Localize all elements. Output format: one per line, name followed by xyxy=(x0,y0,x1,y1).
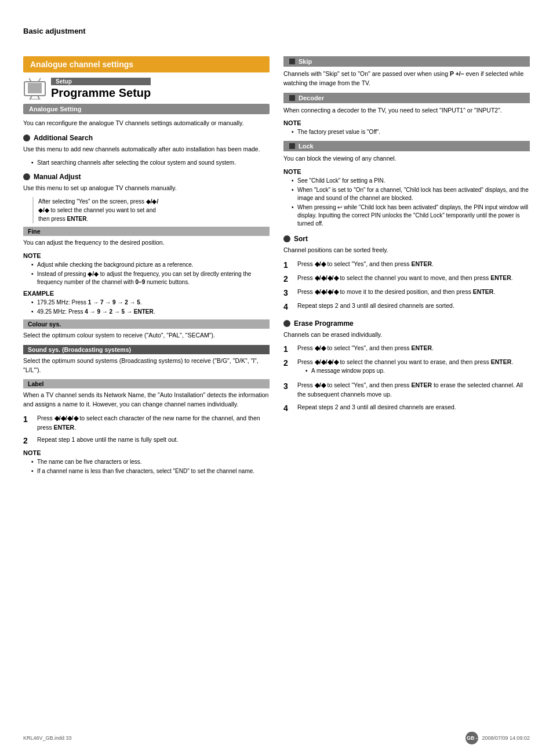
erase-step-3: 3 Press ◆/◆ to select "Yes", and then pr… xyxy=(283,381,530,399)
lock-square-icon xyxy=(289,143,295,149)
lock-note: NOTE See "Child Lock" for setting a PIN.… xyxy=(283,168,530,228)
colour-sys-bar: Colour sys. xyxy=(23,319,270,329)
erase-step2-sub-note: A message window pops up. xyxy=(305,367,530,375)
label-note-title: NOTE xyxy=(23,449,270,456)
lock-note-1: See "Child Lock" for setting a PIN. xyxy=(292,177,530,185)
lock-note-2: When "Lock" is set to "On" for a channel… xyxy=(292,186,530,202)
label-step-2: 2 Repeat step 1 above until the name is … xyxy=(23,435,270,446)
manual-adjust-body: Use this menu to set up analogue TV chan… xyxy=(23,184,270,193)
example-title: EXAMPLE xyxy=(23,290,270,297)
right-column: Skip Channels with "Skip" set to "On" ar… xyxy=(283,56,530,479)
skip-square-icon xyxy=(289,59,295,64)
lock-bar: Lock xyxy=(283,141,530,151)
lock-note-3: When pressing ↩ while "Child lock has be… xyxy=(292,203,530,228)
label-section-bar: Label xyxy=(23,379,270,388)
decoder-note: NOTE The factory preset value is "Off". xyxy=(283,119,530,136)
page-footer: KRL46V_GB.indd 33 GB - 2008/07/09 14:09:… xyxy=(23,732,530,744)
sort-step-3: 3 Press ◆/◆/◆/◆ to move it to the desire… xyxy=(283,288,530,298)
page-title: Basic adjustment xyxy=(23,27,86,35)
erase-title: Erase Programme xyxy=(283,319,530,328)
additional-search-note-list: Start searching channels after selecting… xyxy=(31,159,270,167)
analogue-body: You can reconfigure the analogue TV chan… xyxy=(23,119,270,128)
sound-sys-bar: Sound sys. (Broadcasting systems) xyxy=(23,345,270,354)
decoder-note-title: NOTE xyxy=(283,119,530,126)
sort-step-1: 1 Press ◆/◆ to select "Yes", and then pr… xyxy=(283,260,530,270)
manual-adjust-title: Manual Adjust xyxy=(23,173,270,181)
sort-step-4: 4 Repeat steps 2 and 3 until all desired… xyxy=(283,301,530,312)
fine-note-1: Adjust while checking the background pic… xyxy=(31,261,270,269)
page-number-badge: GB - xyxy=(465,732,478,744)
erase-step-2: 2 Press ◆/◆/◆/◆ to select the channel yo… xyxy=(283,358,530,377)
label-step-1: 1 Press ◆/◆/◆/◆ to select each character… xyxy=(23,414,270,432)
analogue-channel-settings-header: Analogue channel settings xyxy=(23,56,270,72)
example-list: 179.25 MHz: Press 1 → 7 → 9 → 2 → 5. 49.… xyxy=(31,299,270,316)
lock-body: You can block the viewing of any channel… xyxy=(283,154,530,163)
label-note-1: The name can be five characters or less. xyxy=(31,458,270,466)
svg-rect-1 xyxy=(28,83,42,93)
page-wrapper: Basic adjustment Analogue channel settin… xyxy=(0,0,553,756)
section-dot-2 xyxy=(23,173,30,180)
section-dot xyxy=(23,135,30,141)
erase-body: Channels can be erased individually. xyxy=(283,330,530,340)
fine-body: You can adjust the frequency to the desi… xyxy=(23,238,270,248)
left-column: Analogue channel settings Setup Pr xyxy=(23,56,270,479)
footer-file: KRL46V_GB.indd 33 xyxy=(23,735,72,741)
sound-sys-body: Select the optimum sound systems (Broadc… xyxy=(23,357,270,375)
tv-icon xyxy=(23,77,46,100)
erase-step-1: 1 Press ◆/◆ to select "Yes", and then pr… xyxy=(283,344,530,354)
fine-bar: Fine xyxy=(23,227,270,236)
additional-search-body: Use this menu to add new channels automa… xyxy=(23,145,270,154)
additional-search-title: Additional Search xyxy=(23,134,270,142)
erase-step-4: 4 Repeat steps 2 and 3 until all desired… xyxy=(283,403,530,413)
setup-badge-wrapper: Setup Programme Setup xyxy=(23,77,270,100)
footer-right: GB - 2008/07/09 14:09:02 xyxy=(465,732,530,744)
label-notes: NOTE The name can be five characters or … xyxy=(23,449,270,475)
label-note-2: If a channel name is less than five char… xyxy=(31,467,270,475)
setup-badge: Setup Programme Setup xyxy=(51,78,151,100)
fine-notes: NOTE Adjust while checking the backgroun… xyxy=(23,252,270,286)
label-section-body: When a TV channel sends its Network Name… xyxy=(23,391,270,409)
page-title-wrapper: Basic adjustment xyxy=(23,27,530,35)
example-1: 179.25 MHz: Press 1 → 7 → 9 → 2 → 5. xyxy=(31,299,270,307)
erase-step2-sub: A message window pops up. xyxy=(305,367,530,375)
skip-bar: Skip xyxy=(283,56,530,67)
manual-adjust-indented-text: After selecting "Yes" on the screen, pre… xyxy=(32,197,270,223)
sort-step-2: 2 Press ◆/◆/◆/◆ to select the channel yo… xyxy=(283,274,530,284)
lock-note-title: NOTE xyxy=(283,168,530,175)
sort-body: Channel positions can be sorted freely. xyxy=(283,246,530,255)
sort-title: Sort xyxy=(283,235,530,243)
decoder-note-item: The factory preset value is "Off". xyxy=(292,128,530,136)
fine-note-2: Instead of pressing ◆/◆ to adjust the fr… xyxy=(31,270,270,286)
label-note-list: The name can be five characters or less.… xyxy=(31,458,270,475)
sort-dot xyxy=(283,235,290,242)
manual-adjust-indented: After selecting "Yes" on the screen, pre… xyxy=(32,197,270,223)
skip-body: Channels with "Skip" set to "On" are pas… xyxy=(283,70,530,88)
colour-sys-body: Select the optimum colour system to rece… xyxy=(23,331,270,340)
erase-dot xyxy=(283,320,290,327)
lock-note-list: See "Child Lock" for setting a PIN. When… xyxy=(292,177,530,228)
main-content: Analogue channel settings Setup Pr xyxy=(23,56,530,479)
fine-examples: EXAMPLE 179.25 MHz: Press 1 → 7 → 9 → 2 … xyxy=(23,290,270,316)
additional-search-note: Start searching channels after selecting… xyxy=(31,159,270,167)
fine-note-list: Adjust while checking the background pic… xyxy=(31,261,270,286)
decoder-body: When connecting a decoder to the TV, you… xyxy=(283,106,530,115)
footer-date: 2008/07/09 14:09:02 xyxy=(482,735,530,741)
decoder-bar: Decoder xyxy=(283,93,530,103)
decoder-square-icon xyxy=(289,95,295,101)
decoder-note-list: The factory preset value is "Off". xyxy=(292,128,530,136)
example-2: 49.25 MHz: Press 4 → 9 → 2 → 5 → ENTER. xyxy=(31,308,270,316)
fine-note-title: NOTE xyxy=(23,252,270,259)
analogue-setting-header: Analogue Setting xyxy=(23,104,270,114)
